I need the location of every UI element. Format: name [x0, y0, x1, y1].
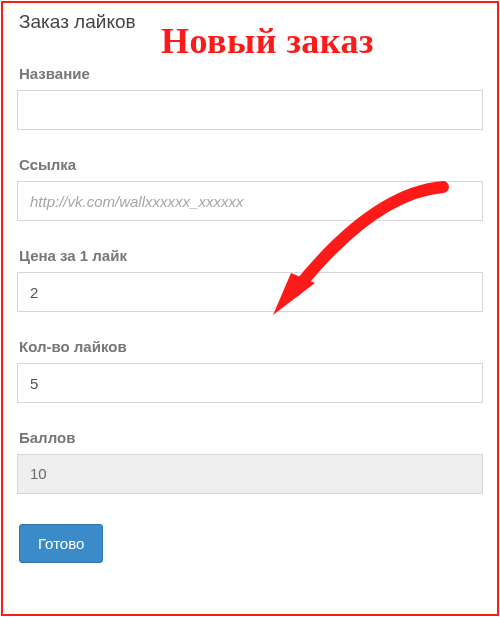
link-input[interactable] [17, 181, 483, 221]
label-price: Цена за 1 лайк [19, 247, 483, 264]
name-input[interactable] [17, 90, 483, 130]
label-link: Ссылка [19, 156, 483, 173]
price-input[interactable] [17, 272, 483, 312]
order-form-frame: Заказ лайков Новый заказ Название Ссылка… [1, 1, 499, 616]
page-title: Заказ лайков [19, 11, 483, 33]
label-name: Название [19, 65, 483, 82]
label-points: Баллов [19, 429, 483, 446]
label-qty: Кол-во лайков [19, 338, 483, 355]
points-display: 10 [17, 454, 483, 494]
qty-input[interactable] [17, 363, 483, 403]
submit-button[interactable]: Готово [19, 524, 103, 563]
